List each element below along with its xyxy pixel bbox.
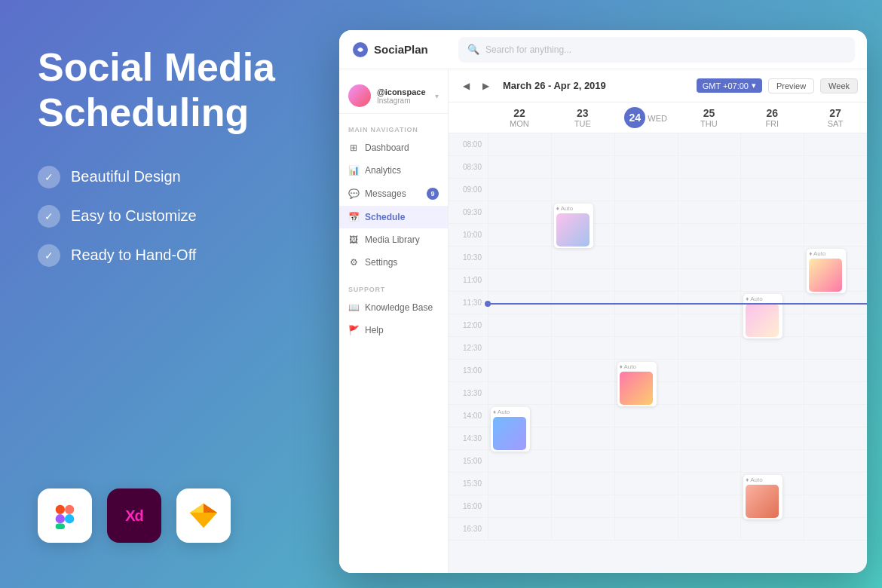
calendar-grid[interactable]: 08:0008:3009:0009:3010:0010:3011:0011:30…: [449, 133, 867, 573]
time-row[interactable]: 08:30: [449, 156, 867, 179]
time-cell[interactable]: [804, 156, 867, 179]
time-cell[interactable]: [740, 247, 804, 269]
week-button[interactable]: Week: [820, 78, 858, 93]
search-bar[interactable]: 🔍 Search for anything...: [458, 37, 855, 63]
event-card[interactable]: ♦ Auto: [491, 407, 530, 452]
time-cell[interactable]: [614, 495, 678, 518]
time-cell[interactable]: [614, 518, 678, 541]
time-cell[interactable]: [614, 405, 678, 427]
time-cell[interactable]: [678, 201, 741, 224]
time-cell[interactable]: [551, 314, 614, 337]
time-cell[interactable]: [551, 450, 614, 473]
time-cell[interactable]: [551, 337, 614, 360]
time-row[interactable]: 08:00: [449, 133, 867, 156]
next-arrow-button[interactable]: ▶: [477, 78, 494, 94]
time-cell[interactable]: [488, 337, 551, 360]
time-cell[interactable]: [678, 495, 741, 518]
time-row[interactable]: 10:30: [449, 247, 867, 269]
time-cell[interactable]: [740, 337, 804, 360]
time-cell[interactable]: [551, 495, 614, 518]
time-cell[interactable]: [614, 269, 678, 292]
time-cell[interactable]: [678, 450, 741, 473]
time-row[interactable]: 10:00: [449, 224, 867, 247]
time-cell[interactable]: [804, 518, 867, 541]
sidebar-item-messages[interactable]: 💬 Messages 9: [339, 182, 448, 206]
time-cell[interactable]: [488, 450, 551, 473]
time-cell[interactable]: [614, 247, 678, 269]
time-cell[interactable]: [804, 450, 867, 473]
prev-arrow-button[interactable]: ◀: [458, 78, 474, 94]
sidebar-item-media-library[interactable]: 🖼 Media Library: [339, 228, 448, 251]
time-row[interactable]: 12:30: [449, 337, 867, 360]
time-cell[interactable]: [740, 201, 804, 224]
time-cell[interactable]: [488, 179, 551, 201]
time-row[interactable]: 16:00: [449, 495, 867, 518]
time-cell[interactable]: [804, 473, 867, 495]
time-row[interactable]: 15:00: [449, 450, 867, 473]
time-cell[interactable]: [740, 450, 804, 473]
time-cell[interactable]: [740, 133, 804, 156]
time-cell[interactable]: [488, 495, 551, 518]
event-card[interactable]: ♦ Auto: [554, 204, 593, 248]
time-cell[interactable]: [678, 314, 741, 337]
time-cell[interactable]: [614, 450, 678, 473]
time-cell[interactable]: [551, 133, 614, 156]
time-cell[interactable]: [551, 382, 614, 405]
time-cell[interactable]: [740, 382, 804, 405]
sidebar-item-analytics[interactable]: 📊 Analytics: [339, 159, 448, 182]
time-cell[interactable]: [488, 269, 551, 292]
time-row[interactable]: 09:30: [449, 201, 867, 224]
time-cell[interactable]: [740, 179, 804, 201]
time-cell[interactable]: [678, 427, 741, 450]
time-cell[interactable]: [551, 179, 614, 201]
sidebar-item-settings[interactable]: ⚙ Settings: [339, 251, 448, 274]
time-cell[interactable]: [740, 224, 804, 247]
event-card[interactable]: ♦ Auto: [743, 294, 782, 338]
account-row[interactable]: @iconspace Instagram ▾: [339, 78, 448, 114]
time-row[interactable]: 13:00: [449, 360, 867, 382]
time-cell[interactable]: [551, 427, 614, 450]
event-card[interactable]: ♦ Auto: [617, 362, 657, 406]
time-row[interactable]: 09:00: [449, 179, 867, 201]
time-cell[interactable]: [678, 382, 741, 405]
time-cell[interactable]: [678, 247, 741, 269]
time-cell[interactable]: [804, 224, 867, 247]
event-card[interactable]: ♦ Auto: [743, 475, 782, 519]
time-cell[interactable]: [678, 518, 741, 541]
preview-button[interactable]: Preview: [768, 78, 814, 93]
time-cell[interactable]: [804, 360, 867, 382]
time-cell[interactable]: [804, 382, 867, 405]
time-cell[interactable]: [488, 247, 551, 269]
time-cell[interactable]: [614, 156, 678, 179]
time-cell[interactable]: [804, 314, 867, 337]
time-cell[interactable]: [551, 269, 614, 292]
sidebar-item-dashboard[interactable]: ⊞ Dashboard: [339, 136, 448, 159]
time-cell[interactable]: [614, 224, 678, 247]
time-cell[interactable]: [488, 224, 551, 247]
time-cell[interactable]: [488, 518, 551, 541]
time-cell[interactable]: [740, 427, 804, 450]
time-cell[interactable]: [614, 201, 678, 224]
time-row[interactable]: 11:00: [449, 269, 867, 292]
time-cell[interactable]: [678, 156, 741, 179]
time-cell[interactable]: [614, 427, 678, 450]
time-row[interactable]: 12:00: [449, 314, 867, 337]
time-cell[interactable]: [488, 473, 551, 495]
time-cell[interactable]: [678, 337, 741, 360]
time-cell[interactable]: [614, 473, 678, 495]
time-cell[interactable]: [551, 360, 614, 382]
time-cell[interactable]: [614, 314, 678, 337]
time-cell[interactable]: [678, 473, 741, 495]
time-cell[interactable]: [678, 179, 741, 201]
timezone-selector[interactable]: GMT +07:00 ▾: [697, 78, 762, 93]
time-cell[interactable]: [804, 179, 867, 201]
sidebar-item-knowledge-base[interactable]: 📖 Knowledge Base: [339, 296, 448, 319]
time-cell[interactable]: [614, 179, 678, 201]
time-cell[interactable]: [678, 360, 741, 382]
time-cell[interactable]: [488, 360, 551, 382]
sidebar-item-help[interactable]: 🚩 Help: [339, 319, 448, 341]
time-cell[interactable]: [488, 133, 551, 156]
time-cell[interactable]: [614, 337, 678, 360]
time-cell[interactable]: [678, 224, 741, 247]
time-cell[interactable]: [804, 405, 867, 427]
